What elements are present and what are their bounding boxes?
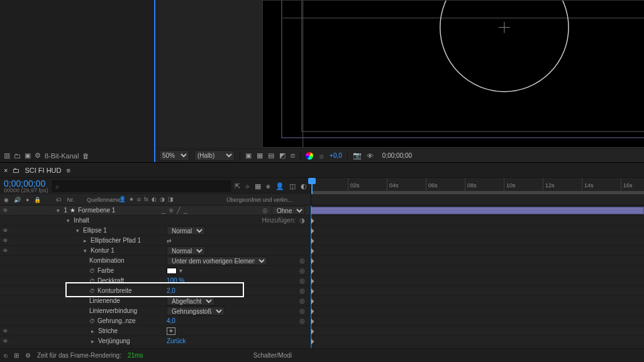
miter-value[interactable]: 4,0	[167, 317, 175, 324]
property-group-inhalt[interactable]: ▾Inhalt Hinzufügen:◑	[0, 216, 310, 226]
draft3d-icon[interactable]: ⟐	[245, 182, 250, 190]
switch-fx[interactable]: ⎯	[184, 207, 187, 214]
bin-icon[interactable]: ▥	[4, 151, 10, 160]
grid-icon[interactable]: ▦	[257, 151, 263, 160]
composition-viewer[interactable]	[262, 0, 644, 148]
safe-zones-icon[interactable]: ▣	[245, 151, 252, 160]
layer-name[interactable]: Formebene 1	[78, 207, 115, 214]
footer-icon[interactable]: ⚙	[25, 352, 31, 359]
property-composite[interactable]: Kombination Unter dem vorherigen Element…	[0, 256, 310, 266]
col-eye-icon[interactable]: ◉	[4, 197, 9, 203]
trash-icon[interactable]: 🗑	[82, 152, 89, 160]
visibility-toggle[interactable]	[3, 237, 8, 244]
current-time-indicator[interactable]	[311, 178, 313, 194]
stroke-width-value[interactable]: 2,0	[167, 287, 175, 294]
color-management-icon[interactable]	[306, 152, 313, 160]
resolution-select[interactable]: (Halb)	[194, 150, 235, 161]
zoom-select[interactable]: 50%	[159, 150, 189, 161]
comp-flowchart-icon[interactable]: ⇱	[235, 182, 240, 190]
comp-tab-label[interactable]: SCI FI HUD	[25, 167, 61, 174]
add-dash-button[interactable]: +	[167, 327, 175, 335]
taper-reset[interactable]: Zurück	[167, 337, 186, 344]
show-snapshot-icon[interactable]: 👁	[367, 152, 374, 160]
property-taper[interactable]: ▸Verjüngung Zurück	[0, 336, 310, 346]
wave-reset[interactable]: Zurück	[167, 348, 186, 348]
composite-select[interactable]: Unter dem vorherigen Element in derse	[167, 256, 267, 265]
graph-editor-icon[interactable]: ⎈	[266, 182, 270, 190]
col-3d-icon[interactable]: ◨	[168, 196, 174, 203]
new-folder-icon[interactable]: 🗀	[14, 152, 21, 160]
exposure-icon[interactable]: ☼	[318, 152, 325, 160]
col-adj-icon[interactable]: ◑	[160, 196, 165, 203]
layer-bar[interactable]	[311, 207, 644, 214]
tag-icon[interactable]: ⚙	[35, 151, 41, 160]
pickwhip-icon[interactable]: ◎	[299, 267, 305, 274]
property-stroke-color[interactable]: ⏱Farbe ▾ ◎	[0, 266, 310, 276]
exposure-value[interactable]: +0,0	[330, 152, 342, 159]
switches-modes-toggle[interactable]: Schalter/Modi	[253, 352, 644, 359]
close-tab-icon[interactable]: ×	[4, 167, 8, 174]
layer-search-input[interactable]	[52, 180, 231, 192]
property-line-cap[interactable]: Linienende Abgeflacht ◎	[0, 296, 310, 306]
time-ruler[interactable]: 02s 04s 06s 08s 10s 12s 14s 16s	[311, 178, 644, 194]
new-comp-icon[interactable]: ▣	[25, 151, 31, 160]
property-line-join[interactable]: Linienverbindung Gehrungsstoß ◎	[0, 306, 310, 316]
pickwhip-icon[interactable]: ◎	[299, 317, 305, 324]
mask-icon[interactable]: ◩	[279, 151, 286, 160]
shy-icon[interactable]: 👤	[275, 182, 284, 190]
stopwatch-icon[interactable]: ⏱	[89, 318, 95, 324]
switch-quality[interactable]: ╱	[177, 207, 180, 214]
property-stroke-opacity[interactable]: ⏱Deckkraft 100 % ◎	[0, 276, 310, 286]
blend-mode-select[interactable]: Normal	[167, 246, 205, 255]
current-timecode[interactable]: 0;00;00;00	[4, 179, 48, 188]
property-group-ellipse[interactable]: ▾Ellipse 1 Normal	[0, 226, 310, 236]
layer-columns-icon[interactable]: ▦	[255, 182, 261, 190]
timeline-tracks[interactable]	[311, 206, 644, 348]
col-mb-icon[interactable]: ◐	[152, 196, 157, 203]
eyedropper-icon[interactable]: ▾	[179, 267, 182, 274]
guides-icon[interactable]: ▤	[268, 151, 274, 160]
snapshot-icon[interactable]: 📷	[353, 151, 362, 160]
switch-shy[interactable]: ⎯	[162, 207, 165, 214]
col-shy-icon[interactable]: 👤	[119, 196, 126, 203]
property-wave[interactable]: ▸Welle Zurück	[0, 346, 310, 348]
col-fx2-icon[interactable]: ⧈	[137, 196, 141, 203]
blend-mode-select[interactable]: Normal	[167, 226, 205, 235]
col-fx-icon[interactable]: ★	[129, 196, 134, 203]
pickwhip-icon[interactable]: ◎	[299, 307, 305, 314]
switch-collapse[interactable]: ※	[169, 207, 174, 214]
property-group-stroke[interactable]: ▾Kontur 1 Normal	[0, 246, 310, 256]
bit-depth-label[interactable]: 8-Bit-Kanal	[45, 152, 79, 160]
twirl-icon[interactable]: ▾	[55, 207, 61, 214]
property-elliptical-path[interactable]: ▸Elliptischer Pfad 1 ⇄	[0, 236, 310, 246]
footer-icon[interactable]: ⎋	[4, 352, 8, 359]
layer-row[interactable]: ▾ 1 ★ Formebene 1 ⎯ ※ ╱ ⎯ ◎ Ohne	[0, 206, 310, 216]
visibility-toggle[interactable]	[3, 247, 8, 254]
pickwhip-icon[interactable]: ◎	[299, 257, 305, 264]
col-number-icon[interactable]: 🏷	[56, 197, 62, 203]
line-join-select[interactable]: Gehrungsstoß	[167, 307, 225, 315]
channel-icon[interactable]: ⧈	[291, 151, 295, 160]
stopwatch-icon[interactable]: ⏱	[89, 268, 95, 274]
parent-select[interactable]: Ohne	[272, 206, 305, 215]
col-audio-icon[interactable]: 🔊	[14, 197, 21, 203]
add-content-button[interactable]: ◑	[299, 217, 305, 224]
tab-menu-icon[interactable]: ≡	[67, 167, 70, 174]
visibility-toggle[interactable]	[3, 207, 8, 214]
property-miter-limit[interactable]: ⏱Gehrung..nze 4,0 ◎	[0, 316, 310, 326]
viewer-timecode[interactable]: 0;00;00;00	[379, 152, 412, 159]
frameblend-icon[interactable]: ◫	[289, 182, 296, 190]
line-cap-select[interactable]: Abgeflacht	[167, 297, 214, 305]
pickwhip-icon[interactable]: ◎	[299, 287, 305, 294]
color-swatch[interactable]	[167, 268, 177, 274]
col-lock-icon[interactable]: 🔒	[34, 197, 41, 203]
stopwatch-icon[interactable]: ⏱	[89, 288, 95, 294]
col-solo-icon[interactable]: ●	[26, 197, 29, 203]
opacity-value[interactable]: 100 %	[167, 277, 184, 284]
property-stroke-width[interactable]: ⏱Konturbreite 2,0 ◎	[0, 286, 310, 296]
pickwhip-icon[interactable]: ◎	[262, 207, 268, 214]
property-dashes[interactable]: ▸Striche +	[0, 326, 310, 336]
path-direction-icon[interactable]: ⇄	[167, 238, 172, 244]
footer-icon[interactable]: ⊞	[14, 352, 19, 359]
motionblur-icon[interactable]: ◐	[301, 182, 307, 190]
